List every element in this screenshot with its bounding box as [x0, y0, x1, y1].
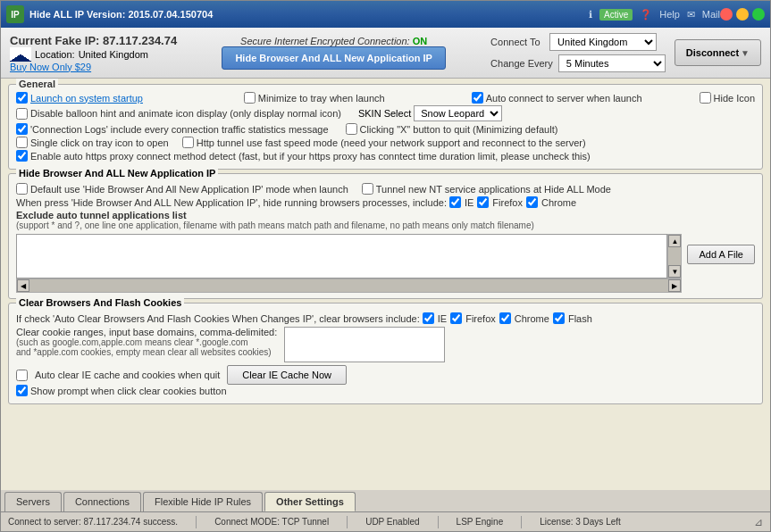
main-content: General Launch on system startup Minimiz…: [1, 79, 770, 490]
info-icon: ℹ: [589, 9, 592, 21]
tab-connections[interactable]: Connections: [63, 492, 141, 511]
clear-ie-check[interactable]: [423, 312, 434, 324]
https-proxy-check[interactable]: [16, 150, 28, 162]
status-lsp: LSP Engine: [457, 517, 504, 527]
hide-browser-group: Hide Browser And ALL New Application IP …: [8, 173, 763, 299]
hide-browser-button[interactable]: Hide Browser And ALL New Application IP: [222, 46, 445, 70]
exclude-textarea[interactable]: [16, 234, 667, 278]
show-prompt-check[interactable]: [16, 385, 28, 396]
connect-to-label: Connect To: [490, 37, 544, 47]
clear-ie-label: IE: [438, 313, 447, 324]
change-every-row: Change Every 5 Minutes 10 Minutes 30 Min…: [490, 54, 666, 72]
disable-balloon-check[interactable]: [16, 108, 28, 120]
status-divider-1: [196, 516, 197, 528]
firefox-check[interactable]: [477, 196, 489, 208]
maximize-button[interactable]: [752, 8, 765, 21]
scroll-up-arrow[interactable]: ▲: [668, 235, 681, 247]
auto-clear-ie-check[interactable]: [16, 370, 28, 381]
scroll-left-arrow[interactable]: ◀: [17, 279, 29, 292]
tab-servers-label: Servers: [16, 496, 50, 507]
show-prompt-row: Show prompt when click clear cookies but…: [16, 385, 755, 396]
connect-to-dropdown[interactable]: United Kingdom United States Germany: [549, 33, 657, 51]
location-row: Location: United Kingdom: [10, 47, 177, 62]
browser-checks: IE Firefox Chrome: [449, 196, 576, 208]
clear-firefox-check[interactable]: [450, 312, 462, 324]
titlebar-nav: ℹ Active ❓ Help ✉ Mail: [589, 9, 720, 21]
ie-check[interactable]: [449, 196, 461, 208]
gen-row-4: Single click on tray icon to open Http t…: [16, 137, 755, 148]
main-window: IP Hide ALL IP Version: 2015.07.04.15070…: [0, 0, 771, 532]
connect-to-row: Connect To United Kingdom United States …: [490, 33, 666, 51]
cookie-example: (such as google.com,apple.com means clea…: [16, 337, 277, 357]
close-button[interactable]: [720, 8, 733, 21]
gen-row-5: Enable auto https proxy connect method d…: [16, 150, 755, 162]
clear-flash-check[interactable]: [553, 312, 565, 324]
click-x-label: Clicking "X" button to quit (Minimizing …: [360, 124, 558, 135]
exclude-title: Exclude auto tunnel applications list: [16, 210, 755, 220]
vertical-scrollbar[interactable]: ▲ ▼: [667, 234, 682, 278]
nt-service-check[interactable]: [362, 183, 373, 195]
disable-balloon-label: Disable balloon hint and animate icon di…: [30, 108, 341, 119]
nt-service-col: Tunnel new NT service applications at Hi…: [362, 183, 611, 195]
app-icon: IP: [6, 5, 24, 23]
scroll-h-thumb: [29, 279, 668, 292]
gen-row-1: Launch on system startup Minimize to tra…: [16, 92, 755, 104]
tab-servers[interactable]: Servers: [4, 492, 62, 511]
status-connect: Connect to server: 87.117.234.74 success…: [8, 517, 178, 527]
resize-grip-icon[interactable]: ⊿: [754, 516, 763, 528]
hb-row-2: When press 'Hide Browser And ALL New App…: [16, 196, 755, 208]
tabs-bar: Servers Connections Flexible Hide IP Rul…: [1, 490, 770, 511]
status-udp: UDP Enabled: [365, 517, 419, 527]
skin-dropdown[interactable]: Snow Leopard Default: [414, 105, 502, 121]
auto-clear-ie-label: Auto clear IE cache and cookies when qui…: [35, 370, 220, 380]
click-x-check[interactable]: [346, 123, 357, 135]
horizontal-scrollbar[interactable]: ◀ ▶: [16, 278, 682, 293]
clear-desc-row: If check 'Auto Clear Browsers And Flash …: [16, 312, 755, 324]
cookie-input[interactable]: [284, 327, 445, 362]
http-tunnel-label: Http tunnel use fast speed mode (need yo…: [197, 137, 586, 148]
clear-chrome-label: Chrome: [515, 313, 549, 324]
app-title: Hide ALL IP Version: 2015.07.04.150704: [29, 9, 582, 20]
secure-internet-label: Secure Internet Encrypted Connection:: [240, 36, 413, 46]
buy-link[interactable]: Buy Now Only $29: [10, 62, 91, 72]
clear-browsers-title: Clear Browsers And Flash Cookies: [16, 297, 184, 308]
scroll-right-arrow[interactable]: ▶: [668, 279, 681, 292]
change-every-dropdown[interactable]: 5 Minutes 10 Minutes 30 Minutes: [558, 54, 666, 72]
cookie-range-row: Clear cookie ranges, input base domains,…: [16, 327, 755, 362]
single-click-tray-check[interactable]: [16, 137, 28, 148]
location-label: Location:: [35, 49, 75, 60]
auto-connect-check[interactable]: [472, 92, 483, 104]
textarea-container: ▲ ▼ ◀ ▶: [16, 234, 682, 293]
scroll-down-arrow[interactable]: ▼: [668, 265, 681, 278]
status-bar: Connect to server: 87.117.234.74 success…: [1, 511, 770, 531]
hide-browser-title: Hide Browser And ALL New Application IP: [16, 168, 218, 179]
tab-flexible-hide-ip[interactable]: Flexible Hide IP Rules: [143, 492, 263, 511]
textarea-scroll-area: ▲ ▼: [16, 234, 682, 278]
clear-chrome-check[interactable]: [499, 312, 511, 324]
clear-ie-now-button[interactable]: Clear IE Cache Now: [227, 365, 347, 385]
launch-startup-check[interactable]: [16, 92, 28, 104]
help-label[interactable]: Help: [659, 9, 680, 20]
http-tunnel-check[interactable]: [182, 137, 194, 148]
hide-icon-col: Hide Icon: [700, 92, 755, 104]
hide-icon-check[interactable]: [700, 92, 711, 104]
tab-other-settings-label: Other Settings: [276, 496, 344, 507]
add-file-button[interactable]: Add A File: [687, 245, 755, 264]
default-mode-label: Default use 'Hide Browser And All New Ap…: [30, 184, 348, 195]
window-controls: [720, 8, 765, 21]
minimize-tray-check[interactable]: [244, 92, 256, 104]
default-mode-check[interactable]: [16, 183, 28, 195]
minimize-button[interactable]: [736, 8, 749, 21]
mail-label[interactable]: Mail: [702, 9, 720, 20]
clear-flash-label: Flash: [568, 313, 592, 324]
disconnect-button[interactable]: Disconnect ▼: [675, 39, 761, 66]
firefox-label: Firefox: [492, 197, 523, 208]
launch-startup-label[interactable]: Launch on system startup: [30, 93, 143, 104]
chrome-check[interactable]: [526, 196, 538, 208]
disconnect-label: Disconnect: [686, 47, 739, 58]
mail-icon: ✉: [687, 9, 695, 21]
minimize-tray-label: Minimize to tray when launch: [258, 93, 385, 104]
conn-logs-check[interactable]: [16, 123, 28, 135]
tab-other-settings[interactable]: Other Settings: [264, 492, 356, 511]
clear-browsers-group: Clear Browsers And Flash Cookies If chec…: [8, 303, 763, 404]
